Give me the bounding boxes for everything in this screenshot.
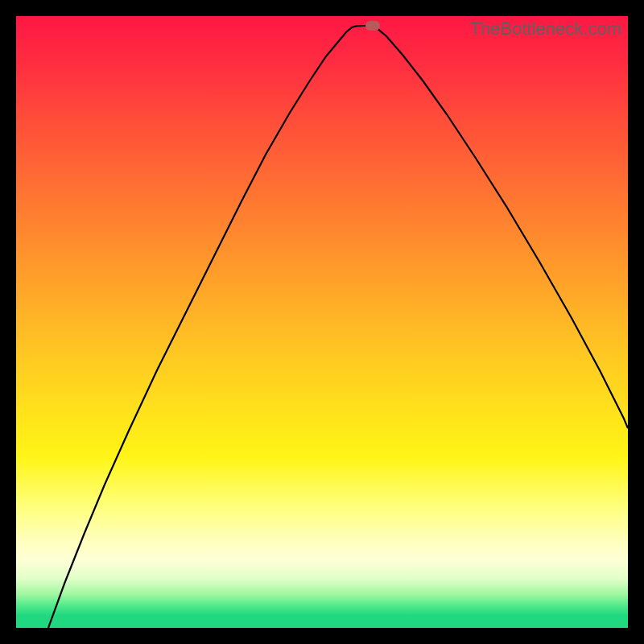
curve-left xyxy=(48,26,373,628)
plot-area: TheBottleneck.com xyxy=(16,16,628,628)
curve-right xyxy=(373,26,628,428)
curve-svg xyxy=(16,16,628,628)
marker-point xyxy=(365,21,380,31)
chart-container: TheBottleneck.com xyxy=(0,0,644,644)
